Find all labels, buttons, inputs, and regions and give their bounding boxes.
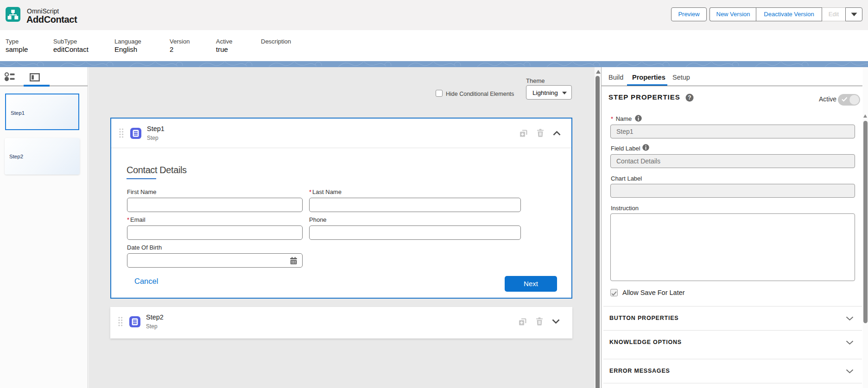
svg-text:?: ? <box>688 94 691 101</box>
